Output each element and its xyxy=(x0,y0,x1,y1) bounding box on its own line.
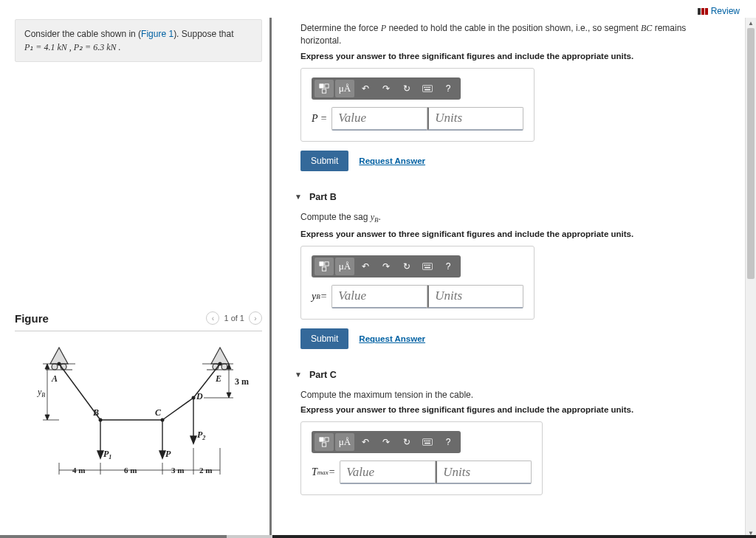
part-c-answer-box: μÅ ↶ ↷ ↻ ? Tmax = xyxy=(300,421,543,495)
svg-rect-80 xyxy=(427,441,429,442)
svg-text:2 m: 2 m xyxy=(199,466,212,475)
bottom-bar xyxy=(0,535,756,538)
help-icon[interactable]: ? xyxy=(439,258,458,275)
svg-rect-67 xyxy=(322,266,326,270)
svg-text:A: A xyxy=(51,373,58,384)
svg-point-1 xyxy=(52,364,58,370)
svg-marker-32 xyxy=(227,393,231,398)
svg-rect-74 xyxy=(320,438,323,441)
svg-rect-82 xyxy=(425,443,430,444)
svg-rect-62 xyxy=(427,86,429,88)
svg-marker-20 xyxy=(159,451,165,458)
svg-rect-56 xyxy=(320,83,323,87)
scrollbar[interactable]: ▲ ▼ xyxy=(745,18,756,538)
part-b-request-answer-link[interactable]: Request Answer xyxy=(359,334,425,343)
part-b-answer-box: μÅ ↶ ↷ ↻ ? yB = xyxy=(300,246,535,320)
figure-diagram: A E B C D yB 3 m P1 P P2 4 m 6 m 3 xyxy=(15,345,262,502)
svg-marker-0 xyxy=(50,348,68,364)
redo-icon[interactable]: ↷ xyxy=(377,258,396,275)
svg-text:6 m: 6 m xyxy=(124,466,137,475)
svg-rect-71 xyxy=(427,264,429,266)
part-b-value-input[interactable] xyxy=(331,285,427,308)
figure-pager: ‹ 1 of 1 › xyxy=(206,311,262,325)
pager-label: 1 of 1 xyxy=(224,314,244,323)
part-a-description: Determine the force P needed to hold the… xyxy=(300,22,718,47)
svg-rect-70 xyxy=(426,264,427,266)
part-b-variable: yB = xyxy=(312,285,331,308)
keyboard-icon[interactable] xyxy=(418,258,437,275)
part-a-units-input[interactable] xyxy=(427,107,523,131)
part-b-units-input[interactable] xyxy=(427,285,523,308)
reset-icon[interactable]: ↻ xyxy=(397,258,416,275)
undo-icon[interactable]: ↶ xyxy=(356,433,375,451)
part-a-submit-button[interactable]: Submit xyxy=(300,151,348,171)
svg-rect-65 xyxy=(320,261,323,265)
part-c-header[interactable]: ▼ Part C xyxy=(295,370,718,380)
svg-rect-60 xyxy=(424,86,425,88)
svg-rect-64 xyxy=(425,89,430,90)
tool-template-icon[interactable] xyxy=(315,433,334,451)
part-c-value-input[interactable] xyxy=(340,461,436,484)
undo-icon[interactable]: ↶ xyxy=(356,80,375,97)
svg-line-10 xyxy=(162,398,193,420)
part-b-submit-button[interactable]: Submit xyxy=(300,328,348,349)
keyboard-icon[interactable] xyxy=(418,80,437,97)
svg-rect-77 xyxy=(422,439,432,446)
review-flag-icon xyxy=(698,8,708,15)
help-icon[interactable]: ? xyxy=(439,433,458,451)
figure-link[interactable]: Figure 1 xyxy=(141,29,173,39)
svg-rect-66 xyxy=(325,261,329,265)
reset-icon[interactable]: ↻ xyxy=(397,433,416,451)
undo-icon[interactable]: ↶ xyxy=(356,258,375,275)
part-c-instruction: Express your answer to three significant… xyxy=(300,405,718,414)
reset-icon[interactable]: ↻ xyxy=(397,80,416,97)
equation-toolbar: μÅ ↶ ↷ ↻ ? xyxy=(312,255,461,277)
tool-template-icon[interactable] xyxy=(315,258,334,275)
keyboard-icon[interactable] xyxy=(418,433,437,451)
figure-title: Figure xyxy=(15,312,49,325)
chevron-down-icon: ▼ xyxy=(295,193,302,201)
svg-marker-18 xyxy=(97,451,103,458)
chevron-down-icon: ▼ xyxy=(295,370,302,379)
part-c-variable: Tmax = xyxy=(312,461,340,484)
pager-prev[interactable]: ‹ xyxy=(206,311,219,325)
tool-units-icon[interactable]: μÅ xyxy=(335,433,354,451)
part-a-value-input[interactable] xyxy=(331,107,427,131)
part-a-request-answer-link[interactable]: Request Answer xyxy=(359,156,425,165)
svg-rect-58 xyxy=(322,89,326,92)
svg-text:P: P xyxy=(165,449,171,459)
svg-rect-68 xyxy=(422,263,432,269)
part-c-units-input[interactable] xyxy=(436,461,532,484)
part-b-header[interactable]: ▼ Part B xyxy=(295,192,718,202)
scroll-up-icon[interactable]: ▲ xyxy=(746,18,756,28)
tool-template-icon[interactable] xyxy=(315,80,334,97)
problem-text-post: ). Suppose that xyxy=(173,29,233,39)
redo-icon[interactable]: ↷ xyxy=(377,433,396,451)
svg-text:4 m: 4 m xyxy=(72,466,85,475)
pager-next[interactable]: › xyxy=(249,311,262,325)
svg-marker-22 xyxy=(190,436,196,444)
tool-units-icon[interactable]: μÅ xyxy=(335,258,354,275)
svg-marker-27 xyxy=(45,415,49,420)
problem-values: P₁ = 4.1 kN , P₂ = 6.3 kN . xyxy=(24,42,121,52)
svg-rect-59 xyxy=(422,85,432,92)
svg-rect-63 xyxy=(429,86,430,88)
svg-text:P1: P1 xyxy=(103,449,111,461)
svg-rect-75 xyxy=(325,438,329,441)
svg-text:B: B xyxy=(92,407,99,418)
redo-icon[interactable]: ↷ xyxy=(377,80,396,97)
svg-rect-76 xyxy=(322,443,326,446)
part-a-instruction: Express your answer to three significant… xyxy=(300,52,718,61)
svg-text:3 m: 3 m xyxy=(235,376,249,387)
equation-toolbar: μÅ ↶ ↷ ↻ ? xyxy=(312,431,461,453)
help-icon[interactable]: ? xyxy=(439,80,458,97)
svg-rect-57 xyxy=(325,83,329,87)
tool-units-icon[interactable]: μÅ xyxy=(335,80,354,97)
svg-text:3 m: 3 m xyxy=(171,466,184,475)
svg-text:C: C xyxy=(155,407,162,418)
svg-rect-61 xyxy=(426,86,427,88)
scroll-thumb[interactable] xyxy=(747,28,755,279)
svg-rect-79 xyxy=(426,441,427,442)
part-b-description: Compute the sag yB. xyxy=(300,211,718,225)
review-link[interactable]: Review xyxy=(711,6,740,16)
